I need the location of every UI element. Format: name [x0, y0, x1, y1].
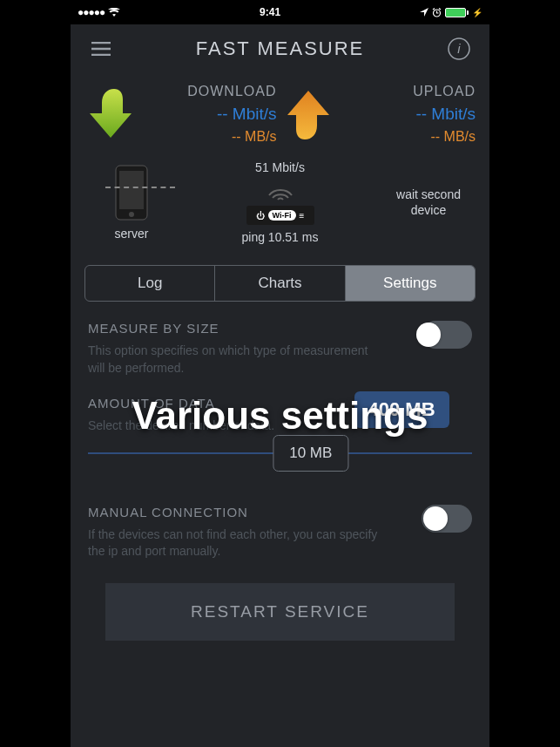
manual-desc: If the devices can not find each other, … [88, 526, 384, 560]
svg-rect-4 [119, 171, 144, 209]
manual-title: MANUAL CONNECTION [88, 505, 384, 520]
app-screen: ●●●●● 9:41 ⚡ FAST MEASURE i DOWNLOAD -- … [71, 0, 489, 747]
tab-charts[interactable]: Charts [215, 266, 345, 301]
upload-mb: -- MB/s [343, 129, 476, 145]
amount-desc: Select the desired number of data. [88, 418, 384, 435]
ping-text: ping 10.51 ms [242, 230, 319, 244]
svg-point-5 [129, 212, 134, 217]
metrics-row: DOWNLOAD -- Mbit/s -- MB/s UPLOAD -- Mbi… [71, 73, 489, 152]
wait-text: wait second device [385, 187, 472, 218]
alarm-icon [432, 8, 442, 17]
section-amount: AMOUNT OF DATA Select the desired number… [71, 377, 489, 454]
charging-icon: ⚡ [472, 8, 482, 17]
manual-toggle[interactable] [422, 505, 472, 533]
router-icon: ⏻ Wi-Fi ≡ [246, 206, 314, 225]
section-measure-by-size: MEASURE BY SIZE This option specifies on… [71, 302, 489, 377]
section-manual: MANUAL CONNECTION If the devices can not… [71, 486, 489, 560]
info-button[interactable]: i [446, 36, 472, 62]
upload-arrow-icon [284, 87, 334, 141]
download-mbit: -- Mbit/s [144, 105, 277, 124]
wifi-signal-icon [266, 180, 295, 200]
status-bar: ●●●●● 9:41 ⚡ [71, 0, 489, 24]
amount-value[interactable]: 10 MB [273, 435, 348, 472]
tabs: Log Charts Settings [84, 265, 476, 302]
page-title: FAST MEASURE [196, 37, 365, 60]
phone-icon [114, 164, 149, 221]
connection-diagram: server 51 Mbit/s ⏻ Wi-Fi ≡ ping 10.51 ms… [71, 152, 489, 253]
tab-log[interactable]: Log [85, 266, 215, 301]
link-rate: 51 Mbit/s [255, 160, 305, 174]
battery-icon [445, 8, 469, 17]
amount-tooltip: 400 MB [354, 391, 449, 428]
measure-toggle[interactable] [422, 321, 472, 349]
wifi-icon [108, 8, 120, 17]
download-label: DOWNLOAD [144, 84, 277, 99]
status-time: 9:41 [260, 6, 280, 18]
signal-dots: ●●●●● [78, 6, 105, 18]
download-mb: -- MB/s [144, 129, 277, 145]
svg-text:i: i [457, 41, 461, 56]
server-label: server [115, 227, 149, 241]
download-arrow-icon [84, 87, 135, 141]
restart-button[interactable]: RESTART SERVICE [105, 583, 455, 641]
measure-title: MEASURE BY SIZE [88, 321, 384, 336]
measure-desc: This option specifies on which type of m… [88, 343, 384, 377]
location-icon [420, 8, 428, 17]
connection-line [105, 187, 175, 188]
menu-button[interactable] [88, 36, 114, 62]
nav-bar: FAST MEASURE i [71, 24, 489, 73]
tab-settings[interactable]: Settings [346, 266, 475, 301]
upload-mbit: -- Mbit/s [343, 105, 476, 124]
upload-label: UPLOAD [343, 84, 476, 99]
